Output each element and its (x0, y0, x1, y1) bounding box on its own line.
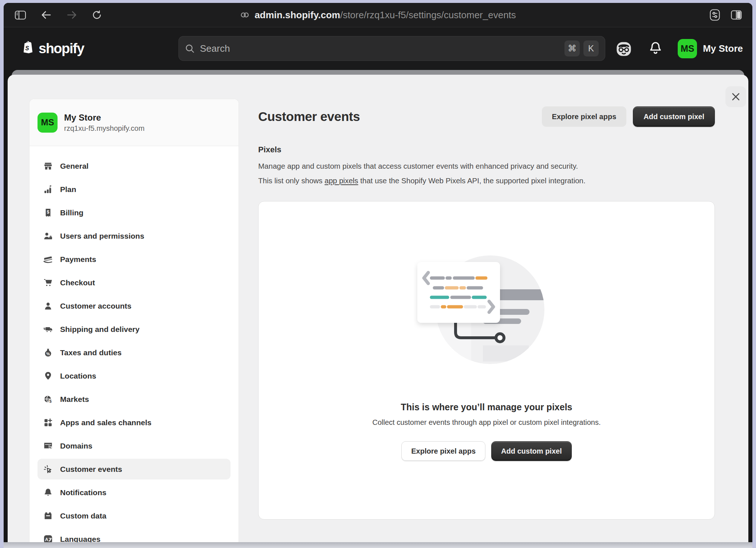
notifications-bell-icon[interactable] (648, 41, 663, 57)
sidebar-item-taxes-and-duties[interactable]: Taxes and duties (38, 342, 231, 363)
sidebar-item-notifications[interactable]: Notifications (38, 482, 231, 503)
kbd-k: K (583, 40, 599, 56)
sidebar-item-label: Custom data (60, 512, 106, 520)
cart-icon (43, 277, 54, 288)
explore-pixel-apps-button[interactable]: Explore pixel apps (542, 106, 627, 127)
link-icon (240, 10, 249, 20)
sidebar-item-label: Notifications (60, 488, 106, 497)
sidebar-store-card[interactable]: MS My Store rzq1xu-f5.myshopify.com (29, 99, 239, 146)
shopify-logo[interactable]: S shopify (20, 27, 84, 70)
pixels-description-line1: Manage app and custom pixels that access… (258, 159, 715, 173)
sidebar-item-customer-events[interactable]: Customer events (38, 459, 231, 480)
sidebar-item-label: Billing (60, 208, 83, 217)
tax-icon (43, 347, 54, 358)
bell-icon (43, 487, 54, 498)
pixels-description: Manage app and custom pixels that access… (258, 159, 715, 188)
shopify-bag-icon: S (20, 40, 35, 57)
sidebar-item-general[interactable]: General (38, 156, 231, 176)
plan-icon (43, 184, 54, 195)
sidebar-store-name: My Store (64, 113, 145, 123)
window-bottom-edge (4, 542, 752, 548)
sidebar-item-checkout[interactable]: Checkout (38, 272, 231, 293)
empty-explore-pixel-apps-button[interactable]: Explore pixel apps (401, 441, 485, 461)
sidebar-item-label: Payments (60, 255, 96, 264)
sidebar-item-payments[interactable]: Payments (38, 249, 231, 270)
sidebar-item-domains[interactable]: Domains (38, 435, 231, 456)
sidekick-assistant-icon[interactable] (614, 39, 633, 58)
sidebar-item-label: Users and permissions (60, 232, 144, 240)
sidebar-item-shipping-and-delivery[interactable]: Shipping and delivery (38, 319, 231, 340)
settings-menu: General Plan Billing Users and permissio… (29, 146, 239, 542)
sidebar-item-label: Apps and sales channels (60, 418, 151, 427)
sidebar-item-billing[interactable]: Billing (38, 202, 231, 223)
address-bar[interactable]: admin.shopify.com/store/rzq1xu-f5/settin… (240, 3, 516, 27)
globe-icon (43, 394, 54, 405)
browser-toolbar: admin.shopify.com/store/rzq1xu-f5/settin… (4, 3, 752, 27)
sidebar-item-label: Domains (60, 442, 92, 450)
close-button[interactable] (725, 86, 746, 107)
pixels-description-line2: This list only shows app pixels that use… (258, 173, 715, 188)
page-title: Customer events (258, 109, 360, 124)
search-icon (185, 44, 195, 54)
shopify-wordmark: shopify (39, 41, 84, 56)
sidebar-item-label: Locations (60, 372, 96, 380)
empty-state-heading: This is where you’ll manage your pixels (401, 402, 572, 412)
sidebar-item-label: Customer accounts (60, 302, 131, 310)
app-pixels-link[interactable]: app pixels (324, 176, 358, 185)
pixels-heading: Pixels (258, 145, 715, 154)
domains-icon (43, 441, 54, 451)
empty-add-custom-pixel-button[interactable]: Add custom pixel (491, 441, 572, 461)
close-icon (731, 92, 741, 102)
kbd-cmd: ⌘ (564, 40, 580, 56)
store-menu[interactable]: MS My Store (678, 39, 743, 58)
forward-icon[interactable] (66, 10, 77, 20)
svg-text:S: S (25, 45, 29, 51)
sidebar-item-label: Taxes and duties (60, 348, 122, 357)
sidebar-item-label: Plan (60, 185, 76, 194)
browser-window: admin.shopify.com/store/rzq1xu-f5/settin… (4, 3, 752, 548)
sidebar-item-label: Customer events (60, 465, 122, 474)
sidebar-item-plan[interactable]: Plan (38, 179, 231, 200)
store-avatar: MS (678, 39, 697, 58)
apps-icon (43, 417, 54, 428)
sidebar-store-avatar: MS (38, 113, 58, 133)
empty-state-subtext: Collect customer events through app pixe… (373, 418, 601, 427)
pixels-empty-card: This is where you’ll manage your pixels … (258, 201, 715, 520)
payments-icon (43, 254, 54, 265)
reload-icon[interactable] (92, 10, 102, 20)
sidebar-item-locations[interactable]: Locations (38, 365, 231, 386)
split-view-icon[interactable] (731, 10, 742, 20)
settings-modal: MS My Store rzq1xu-f5.myshopify.com Gene… (8, 75, 748, 542)
events-icon (43, 464, 54, 475)
pin-icon (43, 371, 54, 381)
billing-icon (43, 207, 54, 218)
admin-header: S shopify Search ⌘ K (4, 27, 752, 70)
store-name: My Store (703, 43, 743, 54)
truck-icon (43, 324, 54, 335)
back-icon[interactable] (41, 10, 52, 20)
url-path: /store/rzq1xu-f5/settings/customer_event… (340, 9, 516, 20)
add-custom-pixel-button[interactable]: Add custom pixel (633, 106, 715, 127)
settings-sidebar: MS My Store rzq1xu-f5.myshopify.com Gene… (29, 99, 239, 542)
sidebar-store-domain: rzq1xu-f5.myshopify.com (64, 124, 145, 133)
url-host: admin.shopify.com (255, 9, 340, 20)
page-settings-icon[interactable] (709, 9, 720, 21)
sidebar-item-label: General (60, 162, 88, 171)
users-icon (43, 231, 54, 242)
search-input[interactable]: Search ⌘ K (178, 36, 605, 61)
lang-icon (43, 534, 54, 543)
sidebar-item-label: Checkout (60, 278, 95, 287)
sidebar-item-label: Markets (60, 395, 89, 404)
sidebar-item-apps-and-sales-channels[interactable]: Apps and sales channels (38, 412, 231, 433)
sidebar-item-customer-accounts[interactable]: Customer accounts (38, 295, 231, 316)
sidebar-item-markets[interactable]: Markets (38, 389, 231, 410)
person-icon (43, 301, 54, 312)
sidebar-item-label: Languages (60, 535, 101, 543)
sidebar-item-languages[interactable]: Languages (38, 529, 231, 542)
sidebar-item-label: Shipping and delivery (60, 325, 139, 334)
pixels-illustration (414, 251, 559, 371)
main-content: Customer events Explore pixel apps Add c… (258, 75, 715, 520)
sidebar-toggle-icon[interactable] (15, 10, 26, 20)
sidebar-item-users-and-permissions[interactable]: Users and permissions (38, 226, 231, 246)
sidebar-item-custom-data[interactable]: Custom data (38, 505, 231, 526)
